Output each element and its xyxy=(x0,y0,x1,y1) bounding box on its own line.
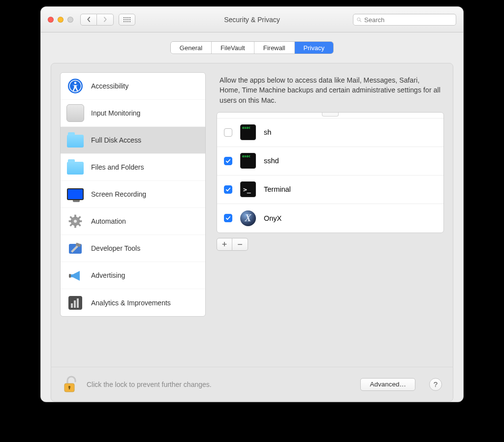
sidebar-item-label: Files and Folders xyxy=(91,163,144,171)
app-row-onyx[interactable]: X OnyX xyxy=(217,204,443,233)
search-input[interactable] xyxy=(364,16,453,24)
terminal-icon: >_ xyxy=(240,181,256,197)
advanced-button[interactable]: Advanced… xyxy=(360,378,415,391)
barchart-icon xyxy=(66,294,84,312)
checkbox-terminal[interactable] xyxy=(224,185,232,194)
prefs-window: Security & Privacy General FileVault Fir… xyxy=(40,6,464,402)
tab-filevault[interactable]: FileVault xyxy=(212,42,254,54)
tab-firewall[interactable]: Firewall xyxy=(254,42,295,54)
svg-point-9 xyxy=(126,21,126,22)
exec-icon xyxy=(240,124,256,140)
app-row-terminal[interactable]: >_ Terminal xyxy=(217,176,443,204)
sidebar-item-developer-tools[interactable]: Developer Tools xyxy=(61,235,205,262)
sidebar-item-label: Full Disk Access xyxy=(91,136,141,144)
remove-app-button[interactable]: − xyxy=(232,238,248,251)
sidebar-item-label: Accessibility xyxy=(91,82,128,90)
app-list[interactable]: sh sshd >_ Terminal xyxy=(217,112,444,233)
svg-point-10 xyxy=(127,21,128,22)
megaphone-icon xyxy=(66,266,84,284)
folder-icon xyxy=(66,158,84,176)
zoom-window-button xyxy=(67,17,73,23)
keyboard-icon xyxy=(66,104,84,122)
svg-point-0 xyxy=(124,17,125,18)
lock-button[interactable] xyxy=(62,375,79,394)
svg-rect-21 xyxy=(75,225,76,228)
privacy-panel: Accessibility Input Monitoring Full Disk… xyxy=(51,63,453,402)
window-controls xyxy=(48,17,73,23)
svg-rect-23 xyxy=(79,221,82,222)
sidebar-item-advertising[interactable]: Advertising xyxy=(61,262,205,289)
sidebar-item-full-disk-access[interactable]: Full Disk Access xyxy=(61,127,205,154)
sidebar-item-input-monitoring[interactable]: Input Monitoring xyxy=(61,100,205,127)
sidebar-item-screen-recording[interactable]: Screen Recording xyxy=(61,181,205,208)
app-name: OnyX xyxy=(264,214,282,222)
svg-point-11 xyxy=(129,21,130,22)
sidebar-item-automation[interactable]: Automation xyxy=(61,208,205,235)
window-body: General FileVault Firewall Privacy xyxy=(41,32,463,402)
add-app-button[interactable]: + xyxy=(217,238,232,251)
titlebar: Security & Privacy xyxy=(41,7,463,32)
panel-footer: Click the lock to prevent further change… xyxy=(51,367,453,401)
checkbox-onyx[interactable] xyxy=(224,214,232,222)
svg-rect-22 xyxy=(69,221,71,222)
app-name: Terminal xyxy=(264,185,291,193)
add-remove-controls: + − xyxy=(217,238,444,251)
search-icon xyxy=(356,17,362,23)
lock-hint-text: Click the lock to prevent further change… xyxy=(87,381,352,388)
checkbox-sh[interactable] xyxy=(224,128,232,137)
sidebar-item-accessibility[interactable]: Accessibility xyxy=(61,73,205,100)
sidebar-item-label: Input Monitoring xyxy=(91,109,140,117)
chevron-left-icon xyxy=(86,17,92,22)
unlocked-padlock-icon xyxy=(63,375,78,394)
svg-rect-20 xyxy=(75,215,76,217)
privacy-category-list[interactable]: Accessibility Input Monitoring Full Disk… xyxy=(60,72,206,317)
app-row-sshd[interactable]: sshd xyxy=(217,147,443,176)
svg-rect-34 xyxy=(77,298,79,308)
svg-point-5 xyxy=(126,19,126,20)
app-row-sh[interactable]: sh xyxy=(217,118,443,147)
svg-point-4 xyxy=(124,19,125,20)
tab-privacy[interactable]: Privacy xyxy=(295,42,334,54)
sidebar-item-analytics[interactable]: Analytics & Improvements xyxy=(61,289,205,316)
tab-general[interactable]: General xyxy=(171,42,212,54)
svg-point-7 xyxy=(129,19,130,20)
forward-button[interactable] xyxy=(97,14,114,26)
svg-point-19 xyxy=(74,220,77,223)
gear-icon xyxy=(66,212,84,230)
minimize-window-button[interactable] xyxy=(58,17,63,23)
chevron-right-icon xyxy=(102,17,108,22)
app-name: sshd xyxy=(264,157,279,165)
category-description: Allow the apps below to access data like… xyxy=(217,72,444,112)
back-button[interactable] xyxy=(80,14,97,26)
svg-rect-38 xyxy=(69,387,70,389)
search-field[interactable] xyxy=(353,14,456,26)
sidebar-item-label: Screen Recording xyxy=(91,190,146,198)
show-all-button[interactable] xyxy=(119,14,135,26)
accessibility-icon xyxy=(66,77,84,95)
sidebar-item-label: Analytics & Improvements xyxy=(91,299,171,307)
detail-pane: Allow the apps below to access data like… xyxy=(217,72,444,358)
sidebar-item-label: Advertising xyxy=(91,271,125,279)
hammer-icon xyxy=(66,239,84,257)
svg-line-13 xyxy=(360,21,361,22)
svg-point-2 xyxy=(127,17,128,18)
svg-point-3 xyxy=(129,17,130,18)
tab-row: General FileVault Firewall Privacy xyxy=(41,41,463,54)
display-icon xyxy=(66,185,84,203)
svg-rect-30 xyxy=(69,274,71,278)
onyx-icon: X xyxy=(240,210,256,226)
app-name: sh xyxy=(264,128,271,136)
checkbox-sshd[interactable] xyxy=(224,157,232,165)
svg-point-1 xyxy=(126,17,126,18)
sidebar-item-files-and-folders[interactable]: Files and Folders xyxy=(61,154,205,181)
sidebar-item-label: Developer Tools xyxy=(91,244,140,252)
svg-point-8 xyxy=(124,21,125,22)
help-button[interactable]: ? xyxy=(429,378,442,391)
sidebar-item-label: Automation xyxy=(91,217,126,225)
folder-icon xyxy=(66,131,84,149)
grid-icon xyxy=(123,17,131,23)
exec-icon xyxy=(240,153,256,169)
nav-buttons xyxy=(80,14,114,26)
svg-point-17 xyxy=(74,82,77,84)
close-window-button[interactable] xyxy=(48,17,54,23)
